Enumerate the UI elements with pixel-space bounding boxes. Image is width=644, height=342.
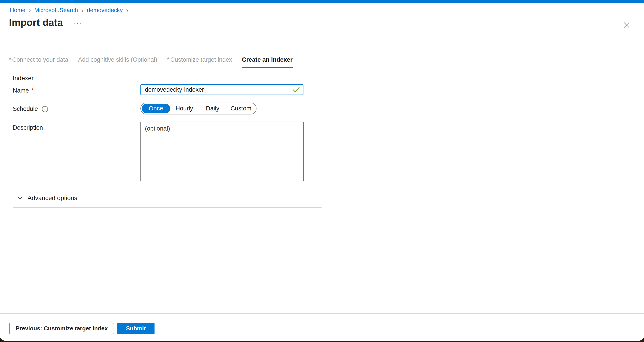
schedule-option-hourly[interactable]: Hourly [170,104,198,113]
required-asterisk: * [32,87,34,94]
schedule-option-custom[interactable]: Custom [227,104,255,113]
chevron-down-icon [17,195,23,201]
tab-connect-to-your-data[interactable]: *Connect to your data [9,56,68,67]
azure-top-accent-bar [0,0,644,3]
advanced-options-section: Advanced options [13,189,322,208]
schedule-field-label: Schedule [13,106,48,112]
breadcrumb-link-home[interactable]: Home [10,7,25,14]
previous-step-button[interactable]: Previous: Customize target index [10,323,114,334]
chevron-right-icon: › [81,8,84,13]
schedule-option-daily[interactable]: Daily [198,104,227,113]
indexer-section-heading: Indexer [13,75,34,82]
required-marker: * [9,56,12,63]
advanced-options-label: Advanced options [28,194,77,202]
description-textarea[interactable] [140,122,304,181]
tab-label: Create an indexer [242,56,293,63]
footer-buttons: Previous: Customize target index Submit [10,323,154,334]
more-actions-ellipsis-icon[interactable]: ··· [74,21,82,26]
indexer-name-input[interactable] [140,84,304,95]
tab-label: Connect to your data [12,56,68,63]
advanced-options-toggle[interactable]: Advanced options [17,194,77,202]
schedule-label-text: Schedule [13,106,38,112]
wizard-tabs: *Connect to your data Add cognitive skil… [9,56,293,68]
close-icon [623,22,630,28]
tab-customize-target-index[interactable]: *Customize target index [167,56,232,67]
close-button[interactable] [622,20,631,30]
name-label-text: Name [13,87,29,94]
page-title: Import data [9,17,63,28]
breadcrumb-link-microsoft-search[interactable]: Microsoft.Search [34,7,78,14]
required-marker: * [167,56,170,63]
tab-create-an-indexer[interactable]: Create an indexer [242,56,293,68]
schedule-option-once[interactable]: Once [142,104,170,113]
chevron-right-icon: › [126,8,128,13]
submit-button[interactable]: Submit [117,323,154,334]
schedule-toggle-group: Once Hourly Daily Custom [140,102,256,114]
tab-label: Add cognitive skills (Optional) [78,56,157,63]
description-label-text: Description [13,124,43,131]
footer-bar: Previous: Customize target index Submit [0,314,644,341]
chevron-right-icon: › [28,8,31,13]
tab-label: Customize target index [170,56,232,63]
name-field-label: Name* [13,87,34,94]
breadcrumb: Home › Microsoft.Search › demovedecky › [10,7,128,14]
info-icon[interactable] [42,106,48,112]
description-field-label: Description [13,124,43,131]
name-input-wrap [140,84,304,95]
breadcrumb-link-demovedecky[interactable]: demovedecky [87,7,122,14]
page-header: Import data ··· [9,17,82,28]
browser-page: Home › Microsoft.Search › demovedecky › … [0,0,644,341]
tab-add-cognitive-skills[interactable]: Add cognitive skills (Optional) [78,56,157,67]
